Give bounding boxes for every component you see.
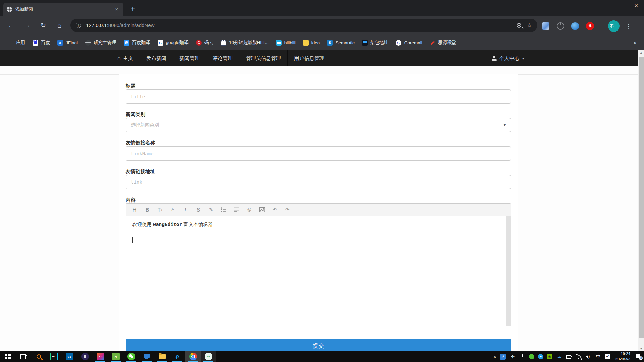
nvidia-tray-icon[interactable]: ◉ [547,354,552,359]
eclipse-app-button[interactable]: ☰ [77,351,93,362]
nav-item-home[interactable]: ⌂ 主页 [111,50,140,66]
bookmark-siyuan[interactable]: 思源课堂 [427,38,459,47]
pycharm-app-button[interactable]: PC [46,351,62,362]
bookmark-bilibili[interactable]: bilibili [273,39,299,47]
nav-item-user-info-mgmt[interactable]: 用户信息管理 [288,50,331,66]
forward-button[interactable]: → [22,20,32,31]
microphone-tray-icon[interactable] [519,354,525,360]
tim-tray-icon[interactable]: ✦ [538,354,543,359]
rich-text-editor: H B T↕ F I S ✎ ☺ ↶ ↷ 欢迎使用 wangEditor 富文本… [126,203,511,326]
start-button[interactable] [0,351,15,362]
clock-time: 19:24 [615,351,630,357]
nav-item-comment-mgmt[interactable]: 评论管理 [206,50,239,66]
linkname-input[interactable] [126,146,511,161]
bookmark-idea[interactable]: idea [300,39,323,47]
italic-button[interactable]: I [179,205,192,215]
window-minimize-button[interactable]: — [597,0,612,12]
bookmark-graduate-mgmt[interactable]: 研究生管理 [82,38,119,47]
ime-indicator[interactable]: 中 [595,354,601,360]
submit-button[interactable]: 提交 [126,339,511,351]
link-button[interactable]: ✎ [205,205,217,215]
tab-close-icon[interactable]: × [113,6,120,13]
remote-desktop-app-button[interactable] [139,351,154,362]
flashget-extension-icon[interactable]: ↯ [586,22,594,31]
browser-menu-button[interactable]: ⋮ [626,23,632,30]
wechat-icon [127,353,135,360]
bookmark-hiit-video[interactable]: 10分钟超燃脂HIIT... [218,38,272,47]
bookmarks-bar: 应用 百度 JF JFinal 研究生管理 译 百度翻译 G google翻译 … [0,35,644,50]
clock[interactable]: 19:24 2020/3/3 [614,351,632,362]
scrollbar-down-arrow[interactable]: ▼ [638,347,644,350]
translator-extension-icon[interactable] [541,22,550,31]
bold-button[interactable]: B [141,205,154,215]
home-button[interactable]: ⌂ [54,20,64,31]
browser-tab[interactable]: 添加新闻 × [3,3,123,16]
file-explorer-button[interactable] [154,351,170,362]
undo-button[interactable]: ↶ [268,205,281,215]
bookmarks-overflow-chevron[interactable]: » [631,39,639,46]
cloud-tray-icon[interactable]: ☁ [556,354,562,360]
browser-scrollbar[interactable]: ▲ ▼ [638,50,644,351]
edge-app-button[interactable]: e [170,351,185,362]
nav-item-admin-info-mgmt[interactable]: 管理员信息管理 [239,50,288,66]
chrome-app-button[interactable] [185,351,201,362]
category-select[interactable]: 选择新闻类别 ▾ [126,118,511,132]
new-tab-button[interactable]: + [128,5,138,14]
bookmark-star-icon[interactable]: ☆ [527,22,532,29]
zoom-out-icon[interactable] [517,23,521,28]
whale-extension-icon[interactable] [571,22,580,31]
list-button[interactable] [217,205,230,215]
phone-sync-tray-icon[interactable]: ⇄ [500,354,506,360]
intellij-app-button[interactable]: IJ [93,351,108,362]
align-button[interactable] [230,205,243,215]
checkmark-tray-icon[interactable]: ✔ [605,354,610,359]
back-button[interactable]: ← [6,20,16,31]
wifi-icon[interactable] [576,354,582,360]
bookmark-semantic[interactable]: S Semantic [324,39,357,47]
editor-content-area[interactable]: 欢迎使用 wangEditor 富文本编辑器 [126,216,511,326]
pinwheel-tray-icon[interactable]: ✣ [509,354,516,360]
bookmark-jar-address[interactable]: 架包地址 [359,38,391,47]
bookmark-jfinal[interactable]: JF JFinal [54,39,81,47]
heading-button[interactable]: H [128,205,141,215]
everything-app-button[interactable]: ev [201,351,216,362]
address-bar[interactable]: i 127.0.0.1 :8080/admin/addNew ☆ [70,19,537,32]
power-extension-icon[interactable] [556,22,565,31]
scrollbar-up-arrow[interactable]: ▲ [638,51,644,54]
reload-button[interactable]: ↻ [38,20,48,31]
battery-icon[interactable] [566,354,572,360]
bookmark-baidu-translate[interactable]: 译 百度翻译 [121,38,153,47]
search-app-button[interactable] [31,351,46,362]
scrollbar-thumb[interactable] [639,57,644,338]
window-restore-button[interactable] [612,0,628,12]
editor-scrollbar[interactable] [506,216,511,326]
font-family-button[interactable]: F [166,205,179,215]
action-center-button[interactable]: 3 [635,354,642,360]
vscode-app-button[interactable]: VS [62,351,77,362]
profile-avatar[interactable]: 不二 [608,20,620,32]
strikethrough-button[interactable]: S [192,205,205,215]
bookmark-apps[interactable]: 应用 [5,38,28,47]
bookmark-gitee[interactable]: G 码云 [193,38,216,47]
site-info-icon[interactable]: i [76,23,81,28]
font-size-button[interactable]: T↕ [154,205,166,215]
tray-expand-arrow[interactable]: ∧ [494,355,496,358]
bookmark-google-translate[interactable]: G google翻译 [155,38,192,47]
image-button[interactable] [256,205,268,215]
task-view-button[interactable] [15,351,31,362]
link-input[interactable] [126,175,511,189]
window-close-button[interactable]: × [628,0,644,12]
user-center-menu[interactable]: 个人中心 ▾ [486,50,530,66]
nav-item-news-mgmt[interactable]: 新闻管理 [173,50,206,66]
wechat-app-button[interactable] [123,351,139,362]
wechat-tray-icon[interactable] [529,354,534,359]
bookmark-coremail[interactable]: C Coremail [393,39,425,47]
nav-item-publish-news[interactable]: 发布新闻 [140,50,173,66]
volume-icon[interactable] [585,354,591,360]
navicat-app-button[interactable]: N [108,351,123,362]
redo-button[interactable]: ↷ [281,205,294,215]
bookmark-baidu[interactable]: 百度 [30,38,53,47]
restore-icon [619,4,622,7]
emoticon-button[interactable]: ☺ [243,205,256,215]
title-input[interactable] [126,89,511,104]
